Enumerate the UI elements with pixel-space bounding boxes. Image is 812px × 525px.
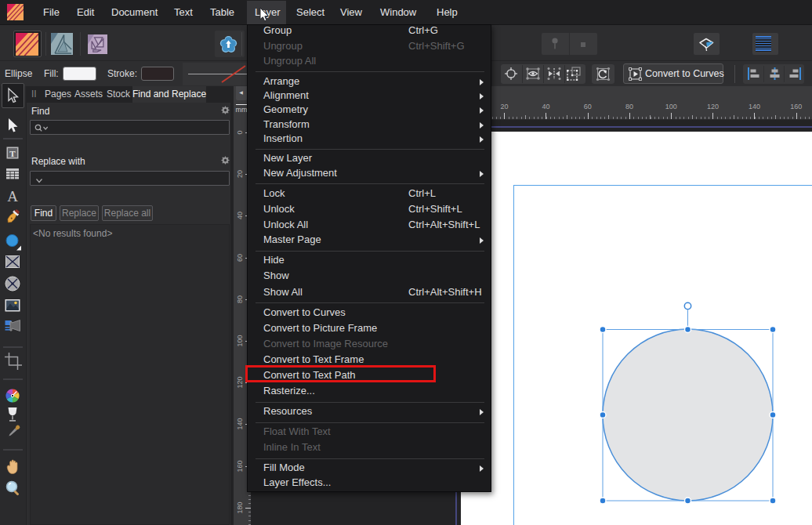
svg-text:T: T [9, 149, 16, 158]
svg-text:A: A [7, 188, 18, 205]
